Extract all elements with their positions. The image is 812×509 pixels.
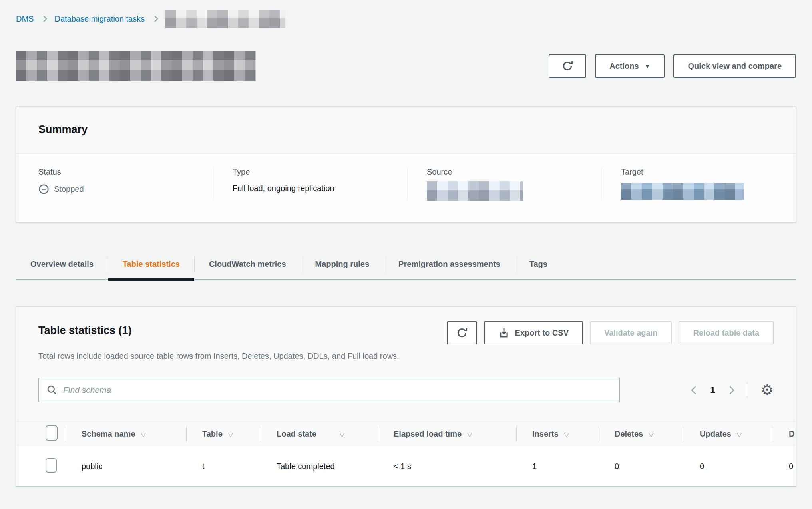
status-value: Stopped [54, 185, 84, 194]
table-actions: Export to CSV Validate again Reload tabl… [447, 321, 774, 344]
validate-again-button[interactable]: Validate again [590, 321, 672, 344]
table-header-row: Schema name▽ Table▽ Load state▽ Elapsed … [16, 421, 796, 447]
breadcrumb-link-tasks[interactable]: Database migration tasks [54, 14, 145, 24]
summary-title: Summary [38, 123, 774, 136]
page-header: Actions ▼ Quick view and compare [16, 51, 796, 81]
cell-schema-name: public [66, 447, 186, 486]
column-label: Updates [700, 429, 731, 438]
table-statistics-description: Total rows include loaded source table r… [16, 344, 796, 361]
cell-elapsed-load-time: < 1 s [378, 447, 516, 486]
column-label: Load state [277, 429, 316, 438]
reload-button-label: Reload table data [693, 328, 759, 338]
summary-card: Summary Status Stopped [16, 106, 796, 223]
refresh-button[interactable] [549, 54, 586, 78]
column-label: Table [202, 429, 223, 438]
cell-load-state: Table completed [261, 447, 378, 486]
actions-button-label: Actions [609, 62, 639, 71]
page-title-redacted [16, 51, 256, 81]
chevron-right-icon [41, 16, 48, 22]
column-header-load-state[interactable]: Load state▽ [261, 421, 378, 447]
cell-updates: 0 [684, 447, 773, 486]
table-statistics-title: Table statistics (1) [38, 321, 132, 337]
quick-view-button-label: Quick view and compare [688, 62, 782, 71]
actions-dropdown-button[interactable]: Actions ▼ [595, 54, 665, 78]
stopped-icon [38, 184, 49, 195]
tab-mapping-rules[interactable]: Mapping rules [301, 249, 384, 279]
status-label: Status [38, 167, 197, 177]
source-label: Source [427, 167, 585, 177]
pagination-next-icon[interactable] [726, 386, 734, 394]
tab-premigration-assessments[interactable]: Premigration assessments [384, 249, 515, 279]
type-value: Full load, ongoing replication [233, 184, 334, 193]
dms-task-page: DMS Database migration tasks [0, 0, 812, 509]
breadcrumb-link-dms[interactable]: DMS [16, 14, 34, 24]
summary-card-header: Summary [16, 107, 796, 154]
cell-table: t [186, 447, 261, 486]
sort-icon[interactable]: ▽ [737, 431, 742, 438]
sort-icon[interactable]: ▽ [228, 431, 233, 438]
column-label: Elapsed load time [394, 429, 462, 438]
summary-field-status: Status Stopped [16, 167, 213, 201]
table-statistics-title-text: Table statistics [38, 324, 115, 336]
table-statistics-card: Table statistics (1) [16, 306, 796, 486]
pagination-current-page[interactable]: 1 [710, 385, 715, 395]
sort-icon[interactable]: ▽ [649, 431, 653, 438]
sort-icon[interactable]: ▽ [340, 431, 344, 438]
download-icon [498, 327, 509, 338]
select-all-checkbox[interactable] [46, 425, 58, 441]
type-label: Type [233, 167, 391, 177]
table-statistics-table-wrap: Schema name▽ Table▽ Load state▽ Elapsed … [16, 421, 796, 486]
target-value-redacted[interactable] [621, 183, 744, 200]
breadcrumb-current-redacted [165, 10, 285, 28]
gear-icon[interactable]: ⚙ [761, 383, 774, 397]
column-label: D [789, 429, 794, 438]
summary-field-type: Type Full load, ongoing replication [213, 167, 407, 201]
pagination-prev-icon[interactable] [691, 386, 699, 394]
column-label: Schema name [82, 429, 135, 438]
sort-icon[interactable]: ▽ [564, 431, 569, 438]
refresh-icon [456, 327, 468, 339]
schema-search-input[interactable] [63, 385, 612, 395]
reload-table-data-button[interactable]: Reload table data [679, 321, 774, 344]
breadcrumb: DMS Database migration tasks [16, 12, 796, 26]
summary-body: Status Stopped Type Full [16, 154, 796, 222]
cell-deletes: 0 [599, 447, 684, 486]
column-header-table[interactable]: Table▽ [186, 421, 261, 447]
column-header-schema-name[interactable]: Schema name▽ [66, 421, 186, 447]
cell-ddls: 0 [773, 447, 796, 486]
chevron-right-icon [152, 16, 159, 22]
cell-inserts: 1 [516, 447, 599, 486]
header-actions: Actions ▼ Quick view and compare [549, 54, 796, 78]
row-checkbox[interactable] [46, 458, 57, 473]
source-value-redacted[interactable] [427, 181, 523, 201]
export-to-csv-button[interactable]: Export to CSV [484, 321, 583, 344]
sort-icon[interactable]: ▽ [467, 431, 472, 438]
quick-view-compare-button[interactable]: Quick view and compare [673, 54, 796, 78]
tab-overview-details[interactable]: Overview details [16, 249, 108, 279]
column-label: Inserts [532, 429, 559, 438]
refresh-icon [561, 60, 573, 72]
column-header-inserts[interactable]: Inserts▽ [516, 421, 599, 447]
schema-search-box [38, 378, 620, 402]
target-label: Target [621, 167, 780, 177]
table-statistics-table: Schema name▽ Table▽ Load state▽ Elapsed … [16, 421, 796, 486]
export-button-label: Export to CSV [515, 328, 569, 338]
summary-field-source: Source [407, 167, 601, 201]
column-header-updates[interactable]: Updates▽ [684, 421, 773, 447]
pagination-divider [747, 382, 747, 398]
column-header-elapsed-load-time[interactable]: Elapsed load time▽ [378, 421, 516, 447]
tab-table-statistics[interactable]: Table statistics [108, 249, 194, 279]
column-header-deletes[interactable]: Deletes▽ [599, 421, 684, 447]
caret-down-icon: ▼ [645, 63, 651, 69]
column-label: Deletes [615, 429, 643, 438]
sort-icon[interactable]: ▽ [141, 431, 146, 438]
column-header-ddls[interactable]: D [773, 421, 796, 447]
table-refresh-button[interactable] [447, 321, 477, 344]
table-statistics-count: (1) [119, 324, 132, 336]
tab-cloudwatch-metrics[interactable]: CloudWatch metrics [195, 249, 301, 279]
table-row: public t Table completed < 1 s 1 0 0 0 [16, 447, 796, 486]
task-tabs: Overview details Table statistics CloudW… [16, 249, 796, 280]
tab-tags[interactable]: Tags [515, 249, 562, 279]
table-filter-row: 1 ⚙ [16, 361, 796, 402]
pagination: 1 ⚙ [692, 382, 774, 398]
